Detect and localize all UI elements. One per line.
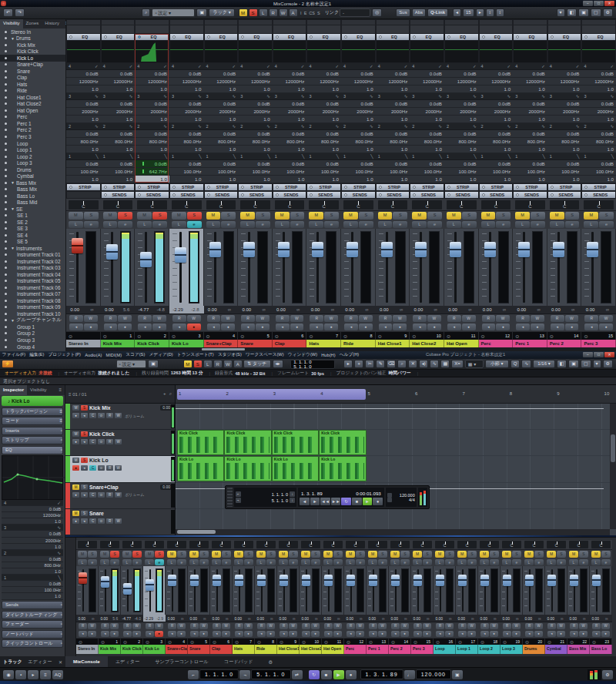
midi-part[interactable]: Kick Click	[319, 430, 366, 455]
solo-button[interactable]: S	[557, 551, 566, 558]
menu-item[interactable]: メディア(D)	[147, 352, 175, 358]
eq-rack-header[interactable]: EQ	[513, 34, 547, 41]
pan-control[interactable]: C	[411, 540, 434, 550]
eq-gain-value[interactable]: 0.0dB	[204, 70, 239, 78]
read-button[interactable]: R	[302, 623, 310, 629]
eq-freq-value[interactable]: 800.0Hz	[513, 138, 547, 146]
eq-gain-value[interactable]: 0.0dB	[410, 160, 444, 168]
listen-button[interactable]: L	[189, 559, 199, 565]
record-button[interactable]: ●	[155, 631, 163, 637]
visibility-item[interactable]: Group 1	[0, 324, 65, 330]
edit-button[interactable]: e	[132, 559, 142, 565]
quantize-q-icon[interactable]: Q	[511, 360, 521, 368]
eq-q-value[interactable]: 1.0	[169, 176, 204, 183]
lower-zone-handle[interactable]	[65, 538, 76, 657]
listen-button[interactable]: L	[234, 559, 243, 565]
visibility-item[interactable]: Hats	[0, 81, 65, 88]
edit-button[interactable]: e	[244, 559, 253, 565]
track-freeze-button[interactable]: ⊙	[98, 413, 105, 418]
read-button[interactable]: R	[436, 623, 444, 629]
eq-freq-value[interactable]: 12000Hz	[581, 78, 616, 86]
cycle-region[interactable]	[177, 389, 366, 400]
read-button[interactable]: R	[69, 315, 83, 322]
eq-q-value[interactable]: 1.0	[169, 116, 204, 123]
pan-control[interactable]: C	[135, 199, 169, 211]
signature-icon[interactable]	[387, 498, 392, 502]
eq-freq-value[interactable]: 100.0Hz	[376, 168, 410, 176]
fader-handle[interactable]	[257, 575, 266, 586]
fader-handle[interactable]	[450, 242, 461, 257]
track-solo-button[interactable]: S	[81, 458, 88, 463]
midi-part[interactable]: Kick Click	[272, 430, 319, 455]
fader-handle[interactable]	[235, 575, 243, 586]
visibility-item[interactable]: SE 2	[0, 219, 65, 226]
record-button[interactable]: ●	[84, 324, 98, 330]
transport-left-2[interactable]: ▸	[28, 670, 38, 679]
record-button[interactable]: ●	[359, 324, 373, 330]
read-button[interactable]: R	[547, 623, 556, 629]
write-button[interactable]: W	[467, 623, 476, 629]
edit-button[interactable]: e	[496, 221, 511, 228]
menu-item[interactable]: トランスポート(T)	[175, 352, 216, 358]
record-button[interactable]: ●	[289, 631, 297, 637]
pan-control[interactable]: C	[513, 199, 547, 211]
eq-q-value[interactable]: 1.0	[306, 146, 341, 153]
punch-in-icon[interactable]: ⌐	[236, 491, 241, 497]
eq-q-value[interactable]: 1.0	[341, 86, 376, 93]
eq-q-value[interactable]: 1.0	[66, 176, 101, 183]
mute-button[interactable]: M	[256, 551, 266, 558]
solo-button[interactable]: S	[132, 551, 142, 558]
eq-freq-value[interactable]: 100.0Hz	[273, 168, 307, 176]
eq-freq-value[interactable]: 12000Hz	[238, 78, 273, 86]
mute-button[interactable]: M	[515, 212, 530, 220]
eq-q-value[interactable]: 1.0	[238, 116, 273, 123]
sends-rack-header[interactable]: SENDS	[479, 191, 514, 199]
strip-rack-header[interactable]: STRIP	[444, 183, 479, 191]
transport-left-1[interactable]: ▪	[15, 670, 26, 679]
read-button[interactable]: R	[241, 315, 255, 322]
read-button[interactable]: R	[101, 623, 109, 629]
agent-I[interactable]: I	[300, 11, 302, 15]
track-monitor-button[interactable]: ◂	[81, 492, 88, 498]
right-control-2[interactable]: ▢	[581, 360, 591, 368]
eq-freq-value[interactable]: 2000Hz	[513, 108, 547, 116]
pan-control[interactable]: C	[277, 540, 300, 550]
write-button[interactable]: W	[199, 623, 208, 629]
write-button[interactable]: W	[579, 623, 588, 629]
eq-rack-header[interactable]: EQ	[135, 34, 169, 41]
visibility-item[interactable]: Group 2	[0, 330, 65, 337]
pan-control[interactable]: C	[479, 199, 514, 211]
write-button[interactable]: W	[222, 623, 230, 629]
grid-type-dropdown[interactable]: ▦ ▾	[465, 360, 484, 368]
iterative-quantize-icon[interactable]: ∿	[521, 360, 531, 368]
mute-button[interactable]: M	[69, 212, 83, 220]
write-button[interactable]: W	[221, 315, 235, 322]
listen-button[interactable]: L	[547, 559, 556, 565]
visibility-item[interactable]: Loop	[0, 140, 65, 147]
eq-gain-value[interactable]: 0.0dB	[410, 130, 444, 138]
visibility-item[interactable]: Ride	[0, 88, 65, 95]
fader-handle[interactable]	[106, 244, 118, 260]
eq-q-value[interactable]: 1.0	[66, 116, 101, 123]
edit-button[interactable]: e	[199, 559, 209, 565]
monitor-button[interactable]: ◂	[551, 324, 564, 330]
strip-rack-header[interactable]: STRIP	[273, 183, 307, 191]
search-track-icon[interactable]: ⌕	[169, 391, 172, 397]
track-write-button[interactable]: W	[115, 518, 122, 524]
state-button-R[interactable]: R	[269, 8, 278, 17]
record-button[interactable]: ●	[557, 631, 565, 637]
read-button[interactable]: R	[310, 315, 323, 322]
left-locator-time[interactable]: 1. 1. 1. 0	[199, 669, 239, 679]
eq-gain-value[interactable]: 0.0dB	[479, 100, 514, 108]
mute-button[interactable]: M	[172, 212, 186, 220]
edit-button[interactable]: e	[177, 559, 186, 565]
fader-handle[interactable]	[415, 242, 427, 257]
inspector-section-3[interactable]: ストリップ▫	[2, 436, 63, 444]
window-button[interactable]: ✕	[604, 1, 614, 6]
monitor-button[interactable]: ◂	[346, 631, 355, 637]
listen-button[interactable]: L	[502, 559, 511, 565]
track-read-button[interactable]: R	[106, 439, 113, 444]
snap-type-button[interactable]: X=	[451, 360, 464, 368]
eq-gain-value[interactable]: 0.0dB	[513, 100, 547, 108]
write-button[interactable]: W	[290, 315, 304, 322]
